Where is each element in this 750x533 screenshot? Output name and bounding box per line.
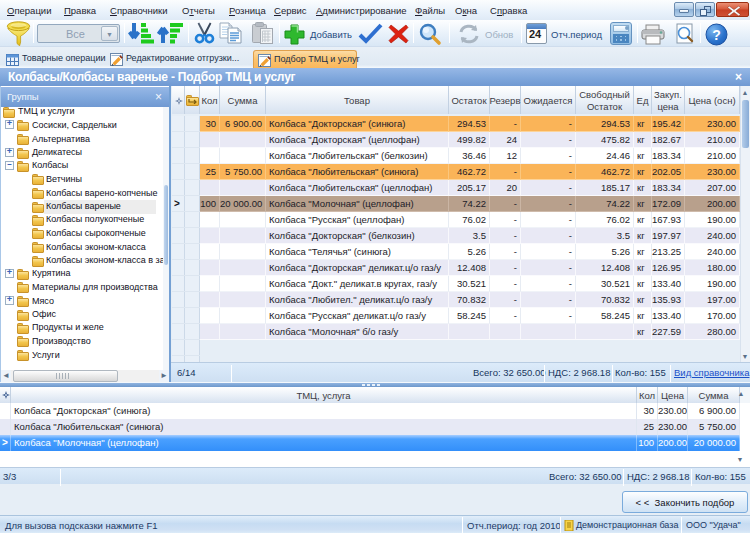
svg-text:?: ? (712, 27, 721, 43)
